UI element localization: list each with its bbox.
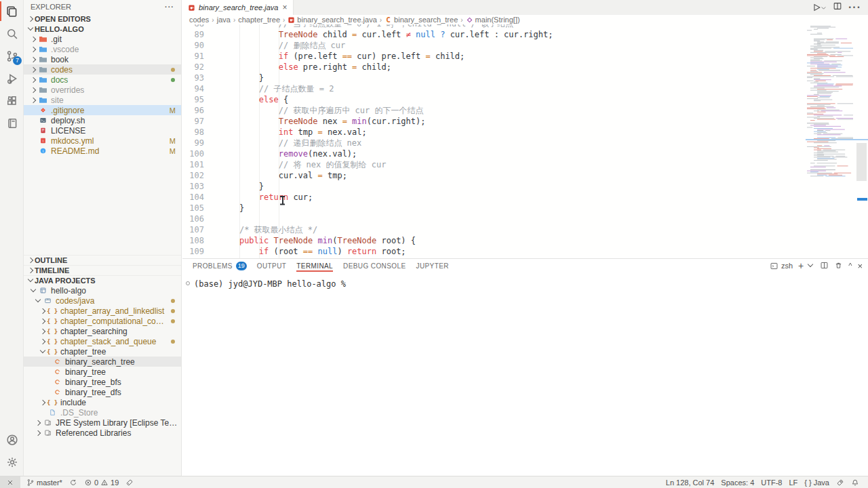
eol-setting[interactable]: LF [785,476,801,488]
git-branch-status[interactable]: master* [23,476,66,488]
code-line-107[interactable]: 107 /* 获取最小结点 */ [182,224,806,235]
explorer-icon[interactable] [0,0,24,22]
search-icon[interactable] [0,22,24,45]
explorer-item--vscode[interactable]: .vscode [24,44,181,54]
code-line-108[interactable]: 108 public TreeNode min(TreeNode root) { [182,235,806,246]
panel-tab-output[interactable]: OUTPUT [257,259,287,272]
open-editors-section[interactable]: OPEN EDITORS [24,14,181,24]
sync-changes-icon[interactable] [66,476,81,488]
java-item-chapter-computational-complexity[interactable]: { }chapter_computational_complexity [24,316,181,326]
panel-tab-debug-console[interactable]: DEBUG CONSOLE [343,259,406,272]
explorer-item-book[interactable]: book [24,54,181,64]
explorer-item-mkdocs-yml[interactable]: !mkdocs.ymlM [24,136,181,146]
tab-close-icon[interactable]: × [281,3,288,12]
explorer-item--gitignore[interactable]: .gitignoreM [24,105,181,115]
cursor-position[interactable]: Ln 128, Col 74 [663,476,718,488]
notebook-icon[interactable] [0,112,24,134]
close-panel-icon[interactable]: × [857,262,863,270]
explorer-item-readme-md[interactable]: iREADME.mdM [24,146,181,156]
explorer-item-site[interactable]: site [24,95,181,105]
code-line-105[interactable]: 105 } [182,203,806,214]
code-line-93[interactable]: 93 } [182,73,806,83]
outline-section[interactable]: OUTLINE [24,255,181,265]
code-line-96[interactable]: 96 // 获取中序遍历中 cur 的下一个结点 [182,105,806,116]
code-line-102[interactable]: 102 cur.val = tmp; [182,170,806,181]
minimap[interactable] [806,24,856,258]
java-item-binary-tree[interactable]: binary_tree [24,367,181,377]
java-projects-section[interactable]: JAVA PROJECTS [24,275,181,285]
explorer-item-codes[interactable]: codes [24,64,181,75]
java-item-referenced-libraries[interactable]: Referenced Libraries [24,428,181,438]
panel-tab-problems[interactable]: PROBLEMS19 [193,259,247,272]
code-line-98[interactable]: 98 int tmp = nex.val; [182,127,806,138]
code-line-92[interactable]: 92 else pre.right = child; [182,62,806,73]
workspace-root-section[interactable]: HELLO-ALGO [24,24,181,34]
code-line-89[interactable]: 89 TreeNode child = cur.left ≠ null ? cu… [182,29,806,40]
explorer-item--git[interactable]: .git [24,34,181,44]
code-line-106[interactable]: 106 [182,214,806,224]
explorer-item-deploy-sh[interactable]: deploy.sh [24,115,181,125]
encoding-setting[interactable]: UTF-8 [757,476,785,488]
remote-indicator-icon[interactable] [0,476,20,488]
java-lightweight-mode-icon[interactable] [833,476,848,488]
java-item-jre-system-library-eclipse-temurin-17-17-[interactable]: JRE System Library [Eclipse Temurin 17 [… [24,418,181,428]
notifications-bell-icon[interactable] [848,476,863,488]
java-item-chapter-array-and-linkedlist[interactable]: { }chapter_array_and_linkedlist [24,306,181,316]
terminal[interactable]: (base) jyd@JYD-MBP hello-algo % [182,272,868,289]
breadcrumb-item[interactable]: java [217,16,231,24]
source-control-icon[interactable]: 7 [0,45,24,67]
code-line-88[interactable]: 88 // 当子结点数量 = 0 / 1 时 ，child = null / 该… [182,24,806,29]
java-item-chapter-tree[interactable]: { }chapter_tree [24,346,181,357]
java-item-codes-java[interactable]: codes/java [24,296,181,306]
java-item-hello-algo[interactable]: hello-algo [24,285,181,296]
java-item-include[interactable]: { }include [24,397,181,407]
java-item-binary-search-tree[interactable]: binary_search_tree [24,357,181,367]
code-line-97[interactable]: 97 TreeNode nex = min(cur.right); [182,116,806,127]
java-item-binary-tree-bfs[interactable]: binary_tree_bfs [24,377,181,387]
code-line-101[interactable]: 101 // 将 nex 的值复制给 cur [182,159,806,170]
editor-scrollbar-thumb[interactable] [856,143,867,181]
explorer-item-overrides[interactable]: overrides [24,85,181,95]
java-item-chapter-searching[interactable]: { }chapter_searching [24,326,181,336]
terminal-dropdown-icon[interactable] [806,262,814,270]
panel-tab-terminal[interactable]: TERMINAL [296,259,333,272]
account-icon[interactable] [0,428,24,451]
code-line-104[interactable]: 104 return cur; [182,192,806,203]
explorer-actions-icon[interactable]: ··· [165,3,174,11]
new-terminal-icon[interactable]: + [798,262,804,270]
breadcrumb-item[interactable]: binary_search_tree.java [288,16,376,24]
maximize-panel-icon[interactable]: ^ [848,262,852,270]
breadcrumb-item[interactable]: chapter_tree [238,16,280,24]
code-line-103[interactable]: 103 } [182,181,806,192]
code-line-99[interactable]: 99 // 递归删除结点 nex [182,138,806,148]
settings-gear-icon[interactable] [0,451,24,473]
split-terminal-icon[interactable] [820,261,829,271]
explorer-item-docs[interactable]: docs [24,75,181,85]
code-editor[interactable]: 88 // 当子结点数量 = 0 / 1 时 ，child = null / 该… [182,24,868,258]
code-line-94[interactable]: 94 // 子结点数量 = 2 [182,83,806,94]
breadcrumb-item[interactable]: main(String[]) [466,16,520,24]
java-item-chapter-stack-and-queue[interactable]: { }chapter_stack_and_queue [24,336,181,346]
breadcrumb-item[interactable]: Cbinary_search_tree [384,16,458,24]
run-button[interactable] [812,3,827,12]
kill-terminal-icon[interactable] [834,261,843,271]
language-mode[interactable]: { } Java [801,476,833,488]
panel-tab-jupyter[interactable]: JUPYTER [416,259,449,272]
task-status-icon[interactable] [122,476,137,488]
java-item-binary-tree-dfs[interactable]: binary_tree_dfs [24,387,181,397]
explorer-item-license[interactable]: LICENSE [24,125,181,136]
code-line-91[interactable]: 91 if (pre.left == cur) pre.left = child… [182,51,806,62]
code-line-100[interactable]: 100 remove(nex.val); [182,148,806,159]
problems-status[interactable]: 0 19 [81,476,122,488]
java-item--ds-store[interactable]: .DS_Store [24,407,181,418]
run-debug-icon[interactable] [0,67,24,89]
terminal-profile-select[interactable]: zsh [770,262,793,270]
indentation-setting[interactable]: Spaces: 4 [717,476,757,488]
split-editor-icon[interactable] [833,1,842,14]
extensions-icon[interactable] [0,89,24,112]
code-line-90[interactable]: 90 // 删除结点 cur [182,40,806,51]
code-line-95[interactable]: 95 else { [182,94,806,105]
code-line-109[interactable]: 109 if (root == null) return root; [182,246,806,257]
editor-more-actions-icon[interactable]: ··· [848,1,861,14]
timeline-section[interactable]: TIMELINE [24,265,181,275]
